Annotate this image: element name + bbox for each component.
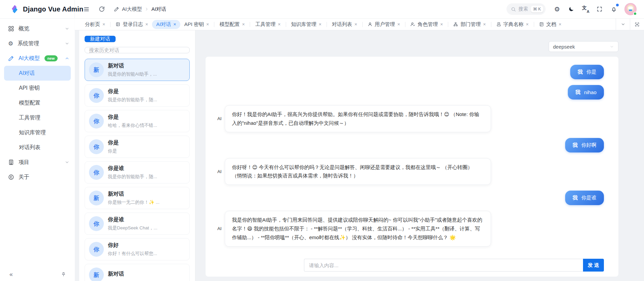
new-chat-button[interactable]: 新建对话 xyxy=(85,36,116,42)
close-icon[interactable]: × xyxy=(483,22,486,27)
model-select[interactable]: deepseek xyxy=(549,41,618,52)
conversation-item[interactable]: 你 你是谁我是你的智能助手，随... xyxy=(85,161,190,184)
conversation-item[interactable]: 你 你是我是你的智能助手，随... xyxy=(85,84,190,107)
fullscreen-icon xyxy=(596,6,603,12)
user-avatar[interactable] xyxy=(624,3,637,15)
user-message-text: nihao xyxy=(584,89,596,95)
conversation-title: 你是 xyxy=(108,88,157,95)
tab-conversation-list[interactable]: 对话列表× xyxy=(328,20,361,29)
tab-divider xyxy=(110,22,111,27)
tab-knowledge-base[interactable]: 知识库管理× xyxy=(287,20,326,29)
pin-icon[interactable] xyxy=(61,272,66,277)
user-message-text: 你是谁 xyxy=(581,195,596,201)
tabs-dropdown-button[interactable] xyxy=(616,19,630,30)
close-icon[interactable]: × xyxy=(242,22,245,27)
sidebar-item-model-config[interactable]: 模型配置 xyxy=(4,95,71,110)
conversation-preview: 哈哈，看来你心情不错... xyxy=(108,122,157,129)
sidebar-footer: « xyxy=(0,268,75,281)
tab-login-log[interactable]: 登录日志× xyxy=(112,20,152,29)
sidebar-item-knowledge-base[interactable]: 知识库管理 xyxy=(4,125,71,140)
tab-docs[interactable]: 文档× xyxy=(535,20,565,29)
close-icon[interactable]: × xyxy=(397,22,400,27)
tab-divider xyxy=(491,22,491,27)
grid-icon xyxy=(8,26,14,32)
close-icon[interactable]: × xyxy=(355,22,357,27)
notifications-button[interactable] xyxy=(608,3,620,15)
tab-divider xyxy=(448,22,448,27)
tab-ai-chat[interactable]: AI对话× xyxy=(152,20,180,29)
ai-message-avatar: AI xyxy=(217,116,221,121)
conversation-item[interactable]: 新 新对话你是独一无二的你！✨ ... xyxy=(85,187,190,209)
conversation-search-input[interactable] xyxy=(85,47,190,53)
sidebar-item-project[interactable]: 项目 xyxy=(0,155,75,170)
conversation-item[interactable]: 你 你是谁我是DeepSeek Chat，... xyxy=(85,213,190,235)
sidebar-toggle-button[interactable] xyxy=(80,3,92,15)
theme-toggle-button[interactable] xyxy=(565,3,577,15)
tab-dict-name[interactable]: 字典名称× xyxy=(492,20,533,29)
sidebar-item-api-key[interactable]: API 密钥 xyxy=(4,81,71,95)
tab-tool-management[interactable]: 工具管理× xyxy=(251,20,284,29)
org-chart-icon xyxy=(453,22,458,27)
model-select-value: deepseek xyxy=(553,44,575,50)
tabs-fullscreen-button[interactable] xyxy=(630,19,644,30)
user-message-avatar: 我 xyxy=(573,142,578,148)
tab-role-management[interactable]: 角色管理× xyxy=(406,20,447,29)
tab-label: 模型配置 xyxy=(219,21,240,28)
sidebar-item-label: 知识库管理 xyxy=(19,129,46,136)
close-icon[interactable]: × xyxy=(319,22,321,27)
close-icon[interactable]: × xyxy=(440,22,443,27)
refresh-button[interactable] xyxy=(96,3,108,15)
conversation-item[interactable]: 新 新对话我是你的智能AI助手，... xyxy=(85,59,190,81)
settings-button[interactable]: ⚙ xyxy=(551,3,563,15)
breadcrumb-section[interactable]: AI大模型 xyxy=(122,6,142,12)
ai-message-bubble: 你好呀！😊 今天有什么可以帮你的吗？无论是问题解答、闲聊还是需要建议，我都在这里… xyxy=(225,158,491,185)
sidebar-item-ai-chat[interactable]: AI对话 xyxy=(4,66,71,81)
sidebar-item-system[interactable]: ⚙ 系统管理 xyxy=(0,36,75,51)
sidebar-item-overview[interactable]: 概览 xyxy=(0,21,75,36)
collapse-sidebar-button[interactable]: « xyxy=(9,271,13,278)
conversation-title: 新对话 xyxy=(108,62,157,69)
close-icon[interactable]: × xyxy=(102,22,105,27)
tab-label: 登录日志 xyxy=(123,21,143,28)
sidebar-item-about[interactable]: 关于 xyxy=(0,170,75,185)
conversation-item[interactable]: 你 你是你是 xyxy=(85,136,190,158)
close-icon[interactable]: × xyxy=(559,22,561,27)
close-icon[interactable]: × xyxy=(174,22,176,27)
tab-model-config[interactable]: 模型配置× xyxy=(215,20,249,29)
language-button[interactable]: 文A xyxy=(579,3,591,15)
fullscreen-button[interactable] xyxy=(593,3,606,15)
tab-divider xyxy=(286,22,286,27)
chat-message: 我 nihao xyxy=(217,85,604,100)
global-search[interactable]: 搜索 ⌘ K xyxy=(507,3,546,15)
close-icon[interactable]: × xyxy=(206,22,209,27)
sidebar-item-ai-model[interactable]: AI大模型 new xyxy=(0,51,75,66)
tab-user-management[interactable]: 用户管理× xyxy=(364,20,404,29)
sidebar-item-tool-management[interactable]: 工具管理 xyxy=(4,110,71,125)
tab-label: 工具管理 xyxy=(255,21,275,28)
book-icon xyxy=(539,22,544,27)
dictionary-icon xyxy=(496,22,501,27)
tab-label: 角色管理 xyxy=(418,21,438,28)
sidebar-item-label: 概览 xyxy=(19,25,29,32)
refresh-icon xyxy=(99,6,105,12)
tab-analysis[interactable]: 分析页× xyxy=(81,20,109,29)
chat-message: AI 你好呀！😊 今天有什么可以帮你的吗？无论是问题解答、闲聊还是需要建议，我都… xyxy=(217,158,604,185)
user-message-avatar: 我 xyxy=(573,195,578,201)
tab-api-key[interactable]: API 密钥× xyxy=(180,20,213,29)
tab-label: 分析页 xyxy=(85,21,100,28)
close-icon[interactable]: × xyxy=(145,22,148,27)
conversation-item[interactable]: 你 你好你好！有什么可以帮您... xyxy=(85,238,190,260)
tab-department-management[interactable]: 部门管理× xyxy=(449,20,490,29)
gear-icon: ⚙ xyxy=(554,6,560,12)
chat-input[interactable] xyxy=(304,259,583,272)
sidebar-item-label: AI对话 xyxy=(19,70,35,77)
conversation-item[interactable]: 你 你是哈哈，看来你心情不错... xyxy=(85,110,190,132)
sidebar-item-conversation-list[interactable]: 对话列表 xyxy=(4,140,71,155)
send-button[interactable]: 发 送 xyxy=(583,259,604,272)
close-icon[interactable]: × xyxy=(526,22,529,27)
tab-divider xyxy=(250,22,250,27)
conversation-avatar: 你 xyxy=(89,165,104,180)
tab-label: API 密钥 xyxy=(184,21,204,28)
conversation-item[interactable]: 新 新对话 xyxy=(85,264,190,281)
close-icon[interactable]: × xyxy=(278,22,280,27)
